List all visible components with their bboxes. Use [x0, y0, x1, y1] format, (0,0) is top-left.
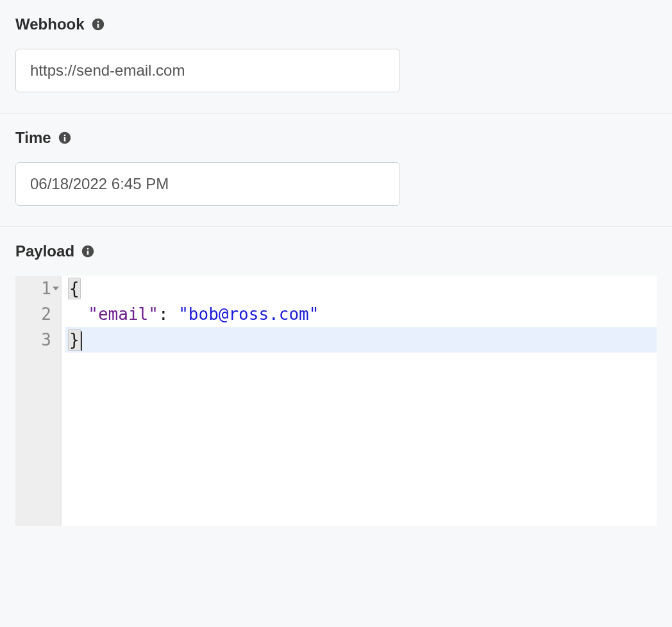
gutter-line: 2	[29, 301, 51, 327]
webhook-label-row: Webhook	[15, 15, 657, 33]
info-icon[interactable]	[58, 131, 72, 145]
info-icon[interactable]	[81, 244, 95, 258]
gutter-line: 3	[29, 327, 51, 353]
editor-gutter: 1 2 3	[15, 276, 60, 526]
payload-label-row: Payload	[15, 242, 657, 260]
time-section: Time	[0, 113, 672, 227]
time-label-row: Time	[15, 129, 657, 147]
json-colon: :	[158, 305, 178, 324]
time-label: Time	[15, 129, 51, 147]
webhook-label: Webhook	[15, 15, 85, 33]
info-icon[interactable]	[91, 17, 105, 31]
indent	[68, 301, 88, 327]
json-key: "email"	[88, 305, 158, 324]
brace-close: }	[68, 329, 81, 351]
time-input[interactable]	[15, 162, 400, 206]
webhook-section: Webhook	[0, 0, 672, 113]
payload-label: Payload	[15, 242, 74, 260]
line-number: 2	[41, 305, 51, 324]
cursor	[81, 331, 82, 351]
payload-section: Payload 1 2 3 { "email": "bob@ross.com" …	[0, 227, 672, 546]
payload-editor[interactable]: 1 2 3 { "email": "bob@ross.com" }	[15, 276, 657, 526]
line-number: 3	[41, 330, 51, 349]
gutter-line: 1	[29, 276, 51, 301]
webhook-input[interactable]	[15, 49, 400, 92]
code-area[interactable]: { "email": "bob@ross.com" }	[62, 276, 657, 526]
code-line: "email": "bob@ross.com"	[65, 301, 657, 327]
code-line-active: }	[65, 327, 657, 353]
fold-arrow-icon[interactable]	[53, 287, 59, 290]
json-string: "bob@ross.com"	[178, 305, 319, 324]
code-line: {	[65, 276, 657, 301]
brace-open: {	[68, 278, 81, 299]
line-number: 1	[41, 279, 51, 298]
